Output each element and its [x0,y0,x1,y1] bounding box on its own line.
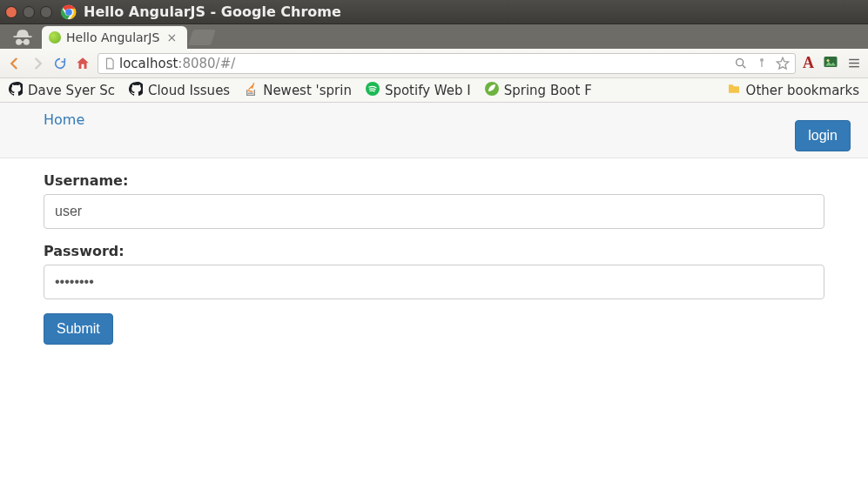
nav-home-button[interactable] [75,56,91,71]
browser-menu-button[interactable] [847,57,861,70]
window-controls [5,6,52,18]
window-minimize-button[interactable] [23,6,35,18]
window-title: Hello AngularJS - Google Chrome [84,3,341,20]
new-tab-button[interactable] [188,30,216,45]
login-button[interactable]: login [795,120,851,151]
chrome-logo-icon [61,4,77,20]
browser-toolbar: localhost:8080/#/ A [0,49,868,78]
browser-tab[interactable]: Hello AngularJS × [42,26,187,49]
svg-rect-12 [849,62,859,63]
tab-close-button[interactable]: × [165,30,178,44]
svg-rect-4 [21,41,24,43]
bookmark-item[interactable]: Dave Syer Sc [9,82,115,99]
bookmark-label: Spring Boot F [504,83,592,98]
url-port-path: :8080/#/ [178,56,235,71]
extension-a-icon[interactable]: A [803,54,814,72]
svg-rect-14 [248,92,253,93]
username-label: Username: [44,172,824,189]
page-icon [104,57,116,70]
star-bookmark-icon[interactable] [776,57,790,70]
svg-rect-11 [849,58,859,59]
tab-favicon-icon [49,31,61,44]
other-bookmarks-folder[interactable]: Other bookmarks [727,82,859,99]
window-close-button[interactable] [5,6,17,18]
url-host: localhost [119,56,178,71]
password-input[interactable] [44,265,824,299]
bookmark-label: Newest 'sprin [263,83,352,98]
svg-point-6 [737,58,744,65]
nav-back-button[interactable] [7,56,23,71]
folder-icon [727,82,741,99]
bookmark-label: Spotify Web I [385,83,471,98]
bookmark-label: Cloud Issues [148,83,230,98]
bookmark-item[interactable]: Cloud Issues [129,82,230,99]
app-navbar: Home login [0,103,868,158]
username-input[interactable] [44,194,824,229]
svg-rect-8 [761,62,762,67]
tab-strip: Hello AngularJS × [0,24,868,49]
svg-point-1 [65,9,72,16]
svg-rect-5 [82,64,84,68]
incognito-icon [7,26,38,49]
github-icon [9,82,23,99]
nav-forward-button[interactable] [30,56,45,71]
login-form: Username: Password: Submit [0,158,868,359]
bookmark-item[interactable]: Newest 'sprin [244,82,352,99]
svg-point-7 [760,58,764,62]
nav-reload-button[interactable] [52,56,68,71]
stackoverflow-icon [244,82,258,99]
url-text: localhost:8080/#/ [119,56,730,71]
bookmarks-bar: Dave Syer Sc Cloud Issues Newest 'sprin … [0,78,868,103]
window-titlebar: Hello AngularJS - Google Chrome [0,0,868,24]
window-maximize-button[interactable] [40,6,52,18]
nav-home-link[interactable]: Home [44,111,84,128]
bookmark-item[interactable]: Spotify Web I [366,82,471,99]
password-label: Password: [44,243,824,259]
github-icon [129,82,143,99]
bookmark-item[interactable]: Spring Boot F [485,82,592,99]
svg-rect-13 [849,65,859,66]
permissions-icon[interactable] [755,57,769,70]
tab-title: Hello AngularJS [66,30,159,44]
other-bookmarks-label: Other bookmarks [746,83,859,98]
svg-point-2 [16,39,22,45]
spring-icon [485,82,499,99]
bookmark-label: Dave Syer Sc [28,83,115,98]
submit-button[interactable]: Submit [44,313,113,345]
zoom-icon[interactable] [734,57,748,70]
svg-point-3 [24,39,30,45]
spotify-icon [366,82,380,99]
address-bar[interactable]: localhost:8080/#/ [98,53,796,74]
extension-picture-icon[interactable] [823,54,838,72]
svg-point-10 [827,59,830,62]
